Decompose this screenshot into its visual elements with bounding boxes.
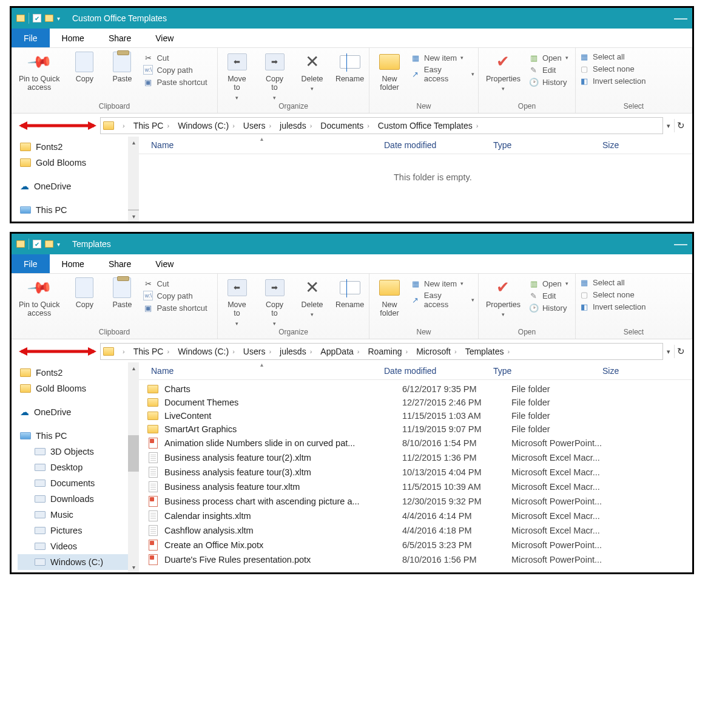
copy-path-button[interactable]: w:\Copy path: [143, 65, 207, 75]
file-row[interactable]: Business process chart with ascending pi…: [139, 494, 692, 509]
breadcrumb-item[interactable]: julesds›: [277, 121, 318, 131]
tab-view[interactable]: View: [143, 29, 186, 47]
minimize-button[interactable]: —: [663, 14, 687, 22]
new-item-button[interactable]: ▦New item: [411, 53, 474, 63]
breadcrumb-item[interactable]: Roaming›: [365, 347, 414, 356]
select-all-button[interactable]: ▦Select all: [579, 52, 645, 61]
pin-to-quick-access-button[interactable]: 📌 Pin to Quickaccess: [15, 276, 63, 318]
nav-item[interactable]: Music: [18, 507, 139, 523]
qat-dropdown[interactable]: ▾: [57, 15, 60, 22]
file-row[interactable]: LiveContent 11/15/2015 1:03 AM File fold…: [139, 409, 692, 422]
paste-shortcut-button[interactable]: ▣Paste shortcut: [143, 77, 207, 87]
breadcrumb-item[interactable]: Users›: [241, 121, 277, 131]
tab-file[interactable]: File: [12, 29, 50, 47]
nav-item[interactable]: Gold Blooms: [18, 381, 139, 396]
paste-button[interactable]: Paste: [106, 276, 138, 309]
nav-item[interactable]: Fonts2: [18, 365, 139, 381]
scroll-up-icon[interactable]: ▴: [128, 362, 139, 373]
paste-button[interactable]: Paste: [106, 50, 138, 83]
new-item-button[interactable]: ▦New item: [411, 279, 474, 288]
select-none-button[interactable]: ▢Select none: [579, 290, 645, 299]
file-row[interactable]: Charts 6/12/2017 9:35 PM File folder: [139, 382, 692, 396]
open-button[interactable]: ▥Open: [529, 279, 568, 288]
nav-item[interactable]: ☁OneDrive: [18, 178, 139, 195]
refresh-button[interactable]: ↻: [674, 345, 687, 358]
tab-share[interactable]: Share: [96, 29, 143, 47]
column-type[interactable]: Type: [493, 366, 602, 376]
tab-file[interactable]: File: [12, 254, 50, 273]
nav-item[interactable]: ☁OneDrive: [18, 404, 139, 421]
move-to-button[interactable]: ⬅Moveto: [221, 50, 254, 101]
rename-button[interactable]: Rename: [334, 50, 366, 83]
minimize-button[interactable]: —: [663, 240, 687, 248]
breadcrumb-item[interactable]: This PC›: [131, 347, 175, 356]
open-button[interactable]: ▥Open: [529, 53, 568, 63]
breadcrumb-item[interactable]: Windows (C:)›: [175, 121, 241, 131]
copy-path-button[interactable]: w:\Copy path: [143, 291, 207, 300]
select-all-button[interactable]: ▦Select all: [579, 277, 645, 287]
titlebar[interactable]: ✔ ▾ Custom Office Templates —: [12, 8, 692, 29]
properties-qat-icon[interactable]: ✔: [33, 240, 41, 248]
nav-item[interactable]: Pictures: [18, 523, 139, 538]
nav-item[interactable]: Gold Blooms: [18, 155, 139, 171]
file-row[interactable]: Document Themes 12/27/2015 2:46 PM File …: [139, 396, 692, 409]
column-date[interactable]: Date modified: [384, 140, 493, 150]
file-row[interactable]: Business analysis feature tour(3).xltm 1…: [139, 465, 692, 480]
tab-home[interactable]: Home: [50, 254, 96, 273]
copy-button[interactable]: Copy: [68, 50, 101, 83]
tab-home[interactable]: Home: [50, 29, 96, 47]
properties-button[interactable]: ✔Properties: [482, 50, 524, 92]
file-row[interactable]: Cashflow analysis.xltm 4/4/2016 4:18 PM …: [139, 523, 692, 538]
breadcrumb-item[interactable]: Windows (C:)›: [175, 347, 241, 356]
nav-item[interactable]: Documents: [18, 475, 139, 491]
scrollbar[interactable]: ▴ ▾: [128, 137, 139, 222]
nav-item[interactable]: Downloads: [18, 491, 139, 507]
breadcrumb[interactable]: › This PC›Windows (C:)›Users›julesds›App…: [100, 343, 663, 360]
address-dropdown[interactable]: ▾: [667, 348, 670, 356]
properties-button[interactable]: ✔Properties: [482, 276, 524, 318]
scroll-thumb[interactable]: [128, 435, 139, 472]
breadcrumb-item[interactable]: AppData›: [318, 347, 365, 356]
scroll-down-icon[interactable]: ▾: [128, 561, 139, 572]
new-folder-button[interactable]: Newfolder: [373, 276, 406, 318]
file-row[interactable]: Business analysis feature tour.xltm 11/5…: [139, 480, 692, 494]
scroll-up-icon[interactable]: ▴: [128, 137, 139, 147]
cut-button[interactable]: ✂Cut: [143, 53, 207, 63]
qat-dropdown[interactable]: ▾: [57, 241, 60, 248]
breadcrumb-item[interactable]: julesds›: [277, 347, 318, 356]
history-button[interactable]: 🕑History: [529, 303, 568, 313]
column-size[interactable]: Size: [602, 140, 639, 150]
scroll-down-icon[interactable]: ▾: [128, 211, 139, 222]
file-row[interactable]: SmartArt Graphics 11/19/2015 9:07 PM Fil…: [139, 422, 692, 436]
file-row[interactable]: Animation slide Numbers slide in on curv…: [139, 436, 692, 450]
edit-button[interactable]: ✎Edit: [529, 65, 568, 75]
delete-button[interactable]: ✕Delete: [296, 276, 329, 318]
new-folder-button[interactable]: Newfolder: [373, 50, 406, 92]
column-date[interactable]: Date modified: [384, 366, 493, 376]
column-type[interactable]: Type: [493, 140, 602, 150]
paste-shortcut-button[interactable]: ▣Paste shortcut: [143, 303, 207, 313]
easy-access-button[interactable]: ↗Easy access: [411, 291, 474, 309]
breadcrumb-item[interactable]: Microsoft›: [414, 347, 462, 356]
move-to-button[interactable]: ⬅Moveto: [221, 276, 254, 327]
cut-button[interactable]: ✂Cut: [143, 279, 207, 288]
copy-to-button[interactable]: ➡Copyto: [258, 276, 291, 327]
breadcrumb-item[interactable]: Templates›: [463, 347, 516, 356]
nav-item[interactable]: This PC: [18, 202, 139, 218]
column-size[interactable]: Size: [602, 366, 639, 376]
nav-item[interactable]: Desktop: [18, 459, 139, 475]
refresh-button[interactable]: ↻: [674, 119, 687, 132]
nav-item[interactable]: 3D Objects: [18, 444, 139, 459]
tab-view[interactable]: View: [143, 254, 186, 273]
breadcrumb-item[interactable]: Users›: [241, 347, 277, 356]
easy-access-button[interactable]: ↗Easy access: [411, 65, 474, 83]
tab-share[interactable]: Share: [96, 254, 143, 273]
titlebar[interactable]: ✔ ▾ Templates —: [12, 234, 692, 254]
copy-to-button[interactable]: ➡Copyto: [258, 50, 291, 101]
file-row[interactable]: Create an Office Mix.potx 6/5/2015 3:23 …: [139, 538, 692, 552]
history-button[interactable]: 🕑History: [529, 77, 568, 87]
breadcrumb-item[interactable]: Documents›: [318, 121, 375, 131]
breadcrumb[interactable]: › This PC›Windows (C:)›Users›julesds›Doc…: [100, 117, 663, 134]
pin-to-quick-access-button[interactable]: 📌 Pin to Quickaccess: [15, 50, 63, 92]
scrollbar[interactable]: ▴ ▾: [128, 362, 139, 572]
